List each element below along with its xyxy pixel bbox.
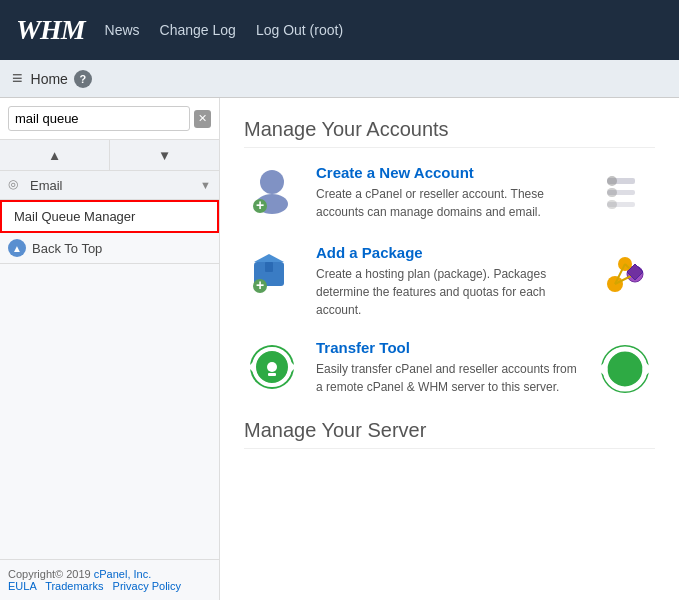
- section-expand-icon: ▼: [200, 179, 211, 191]
- transfer-tool-icon: [244, 339, 300, 395]
- svg-point-0: [260, 170, 284, 194]
- manage-accounts-title: Manage Your Accounts: [244, 118, 655, 148]
- privacy-link[interactable]: Privacy Policy: [113, 580, 181, 592]
- back-to-top-icon: ▲: [8, 239, 26, 257]
- svg-point-26: [267, 362, 277, 372]
- add-package-title[interactable]: Add a Package: [316, 244, 579, 261]
- section-icon: ◎: [8, 177, 24, 193]
- copyright-text: Copyright© 2019: [8, 568, 94, 580]
- svg-rect-5: [607, 176, 617, 186]
- create-account-icon-right: [595, 164, 655, 224]
- search-container: ✕: [0, 98, 219, 140]
- cpanel-link[interactable]: cPanel, Inc.: [94, 568, 151, 580]
- sub-header: ≡ Home ?: [0, 60, 679, 98]
- search-input[interactable]: [8, 106, 190, 131]
- manage-server-title: Manage Your Server: [244, 419, 655, 449]
- header-nav: News Change Log Log Out (root): [105, 22, 343, 38]
- feature-card-add-package: + Add a Package Create a hosting plan (p…: [244, 244, 655, 319]
- nav-news[interactable]: News: [105, 22, 140, 38]
- svg-text:+: +: [256, 277, 264, 293]
- svg-point-28: [601, 345, 649, 393]
- content-area: Manage Your Accounts + Create a New Acco…: [220, 98, 679, 600]
- breadcrumb: Home: [31, 71, 68, 87]
- nav-arrows: ▲ ▼: [0, 140, 219, 171]
- svg-text:+: +: [256, 197, 264, 213]
- svg-rect-9: [607, 200, 617, 209]
- nav-up-button[interactable]: ▲: [0, 140, 110, 170]
- add-package-text: Add a Package Create a hosting plan (pac…: [316, 244, 579, 319]
- sidebar-footer: Copyright© 2019 cPanel, Inc. EULA Tradem…: [0, 559, 219, 600]
- create-account-icon: +: [244, 164, 300, 220]
- svg-rect-12: [265, 262, 273, 272]
- nav-down-button[interactable]: ▼: [110, 140, 219, 170]
- hamburger-icon[interactable]: ≡: [12, 68, 23, 89]
- nav-changelog[interactable]: Change Log: [160, 22, 236, 38]
- transfer-tool-description: Easily transfer cPanel and reseller acco…: [316, 360, 579, 396]
- whm-logo: WHM: [16, 14, 85, 46]
- sidebar-section-label: Email: [30, 178, 200, 193]
- add-package-description: Create a hosting plan (package). Package…: [316, 265, 579, 319]
- trademarks-link[interactable]: Trademarks: [45, 580, 103, 592]
- feature-card-create-account: + Create a New Account Create a cPanel o…: [244, 164, 655, 224]
- create-account-title[interactable]: Create a New Account: [316, 164, 579, 181]
- nav-logout[interactable]: Log Out (root): [256, 22, 343, 38]
- create-account-description: Create a cPanel or reseller account. The…: [316, 185, 579, 221]
- svg-rect-7: [607, 188, 617, 197]
- sidebar-item-mail-queue-manager[interactable]: Mail Queue Manager: [0, 200, 219, 233]
- back-to-top[interactable]: ▲ Back To Top: [0, 233, 219, 264]
- transfer-tool-title[interactable]: Transfer Tool: [316, 339, 579, 356]
- transfer-tool-icon-right: [595, 339, 655, 399]
- create-account-text: Create a New Account Create a cPanel or …: [316, 164, 579, 221]
- svg-marker-11: [254, 254, 284, 262]
- svg-marker-31: [597, 362, 605, 376]
- header: WHM News Change Log Log Out (root): [0, 0, 679, 60]
- add-package-icon: +: [244, 244, 300, 300]
- main-layout: ✕ ▲ ▼ ◎ Email ▼ Mail Queue Manager ▲ Bac…: [0, 98, 679, 600]
- transfer-tool-text: Transfer Tool Easily transfer cPanel and…: [316, 339, 579, 396]
- help-icon[interactable]: ?: [74, 70, 92, 88]
- search-clear-button[interactable]: ✕: [194, 110, 211, 128]
- back-to-top-label: Back To Top: [32, 241, 102, 256]
- eula-link[interactable]: EULA: [8, 580, 36, 592]
- add-package-icon-right: [595, 244, 655, 304]
- feature-card-transfer-tool: Transfer Tool Easily transfer cPanel and…: [244, 339, 655, 399]
- home-breadcrumb[interactable]: Home: [31, 71, 68, 87]
- sidebar-section-email[interactable]: ◎ Email ▼: [0, 171, 219, 200]
- sidebar: ✕ ▲ ▼ ◎ Email ▼ Mail Queue Manager ▲ Bac…: [0, 98, 220, 600]
- svg-rect-27: [268, 373, 276, 376]
